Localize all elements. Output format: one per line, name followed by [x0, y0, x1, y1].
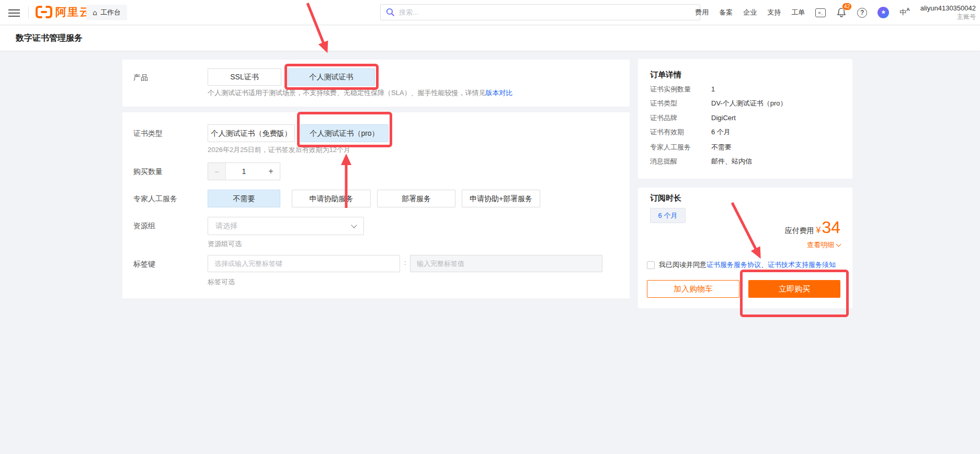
expert-option-assist-deploy[interactable]: 申请协助+部署服务 [462, 190, 540, 207]
order-row-value: 不需要 [711, 142, 732, 153]
version-compare-link[interactable]: 版本对比 [486, 89, 513, 97]
order-row-label: 证书有效期 [650, 127, 684, 137]
order-row-value: DV-个人测试证书（pro） [711, 98, 787, 109]
order-row-label: 证书类型 [650, 98, 677, 109]
chevron-down-icon [836, 242, 841, 247]
account-menu[interactable]: aliyun4130350042 主账号 [920, 4, 976, 20]
workbench-button[interactable]: ⌂ 工作台 [86, 5, 127, 20]
product-label: 产品 [133, 72, 148, 83]
notification-bell-icon[interactable]: 42 [836, 7, 847, 18]
nav-support[interactable]: 支持 [767, 8, 781, 17]
search-icon [386, 8, 395, 17]
cert-type-label: 证书类型 [133, 128, 163, 138]
fee-amount: 34 [822, 219, 840, 236]
duration-option-6-months[interactable]: 6 个月 [650, 208, 686, 223]
order-row-value: 邮件、站内信 [711, 156, 752, 167]
expert-option-none[interactable]: 不需要 [208, 190, 280, 207]
tag-separator: : [404, 259, 406, 266]
cert-type-option-free[interactable]: 个人测试证书（免费版） [208, 124, 295, 142]
page-title: 数字证书管理服务 [16, 33, 83, 44]
quantity-increase-button[interactable]: + [262, 163, 280, 180]
order-row-value: DigiCert [711, 113, 736, 123]
resource-group-note: 资源组可选 [208, 239, 242, 249]
app-center-icon[interactable]: * [878, 7, 889, 18]
expert-option-assist[interactable]: 申请协助服务 [292, 190, 371, 207]
language-switch-icon[interactable]: 中 A [899, 8, 910, 17]
order-row-label: 消息提醒 [650, 156, 677, 167]
subscription-title: 订阅时长 [650, 193, 681, 203]
agreement-text: 我已阅读并同意证书服务服务协议、证书技术支持服务须知 [659, 260, 836, 270]
add-to-cart-button[interactable]: 加入购物车 [647, 280, 739, 298]
aliyun-logo[interactable]: 阿里云 [35, 5, 92, 19]
quantity-decrease-button[interactable]: − [208, 163, 226, 180]
currency-symbol: ¥ [816, 226, 821, 235]
tag-note: 标签可选 [208, 277, 235, 287]
tag-value-input[interactable] [410, 255, 602, 272]
resource-group-label: 资源组 [133, 220, 155, 231]
quantity-label: 购买数量 [133, 166, 163, 177]
resource-group-placeholder: 请选择 [215, 222, 237, 231]
quantity-stepper: − 1 + [208, 162, 280, 180]
chevron-down-icon [351, 222, 357, 228]
order-details-title: 订单详情 [650, 69, 681, 80]
order-row-label: 专家人工服务 [650, 142, 691, 153]
nav-billing[interactable]: 费用 [695, 8, 709, 17]
topbar: 阿里云 ⌂ 工作台 费用 备案 企业 支持 工单 [0, 0, 980, 25]
fee-label: 应付费用 [785, 226, 814, 236]
topbar-right-cluster: 费用 备案 企业 支持 工单 >_ 42 ? * 中 [695, 0, 976, 25]
quantity-value[interactable]: 1 [226, 163, 262, 180]
buy-now-button[interactable]: 立即购买 [748, 280, 840, 298]
expert-option-deploy[interactable]: 部署服务 [377, 190, 455, 207]
tag-key-label: 标签键 [133, 259, 155, 269]
account-type: 主账号 [920, 13, 976, 21]
aliyun-logo-icon [35, 5, 53, 19]
global-search [380, 4, 700, 20]
page-title-bar: 数字证书管理服务 [0, 26, 980, 51]
product-option-ssl[interactable]: SSL证书 [208, 68, 281, 86]
service-agreement-link[interactable]: 证书服务服务协议 [706, 261, 761, 269]
topbar-divider [28, 6, 29, 19]
product-card: 产品 SSL证书 个人测试证书 个人测试证书适用于测试场景，不支持续费、无稳定性… [122, 60, 630, 107]
order-row-value: 6 个月 [711, 127, 731, 137]
search-input[interactable] [399, 8, 694, 16]
workbench-label: 工作台 [100, 8, 121, 17]
nav-enterprise[interactable]: 企业 [743, 8, 757, 17]
cert-type-note: 2026年2月25日前，证书签发后有效期为12个月 [208, 145, 350, 155]
nav-icp[interactable]: 备案 [719, 8, 733, 17]
tag-key-input[interactable] [208, 255, 400, 272]
expert-service-label: 专家人工服务 [133, 193, 177, 204]
notification-badge: 42 [842, 3, 852, 10]
product-description: 个人测试证书适用于测试场景，不支持续费、无稳定性保障（SLA）、握手性能较慢，详… [208, 88, 513, 98]
resource-group-select[interactable]: 请选择 [208, 217, 364, 235]
view-detail-link[interactable]: 查看明细 [807, 240, 840, 250]
page-root: 阿里云 ⌂ 工作台 费用 备案 企业 支持 工单 [0, 0, 980, 454]
help-icon[interactable]: ? [857, 8, 867, 18]
nav-ticket[interactable]: 工单 [791, 8, 805, 17]
order-row-value: 1 [711, 84, 715, 95]
cloudshell-icon[interactable]: >_ [815, 8, 826, 17]
agreement-row: 我已阅读并同意证书服务服务协议、证书技术支持服务须知 [647, 260, 836, 270]
cert-type-option-pro[interactable]: 个人测试证书（pro） [300, 124, 389, 142]
order-row-label: 证书品牌 [650, 113, 677, 123]
order-details-card: 订单详情 证书实例数量 1 证书类型 DV-个人测试证书（pro） 证书品牌 D… [638, 59, 852, 179]
hamburger-menu-icon[interactable] [8, 7, 21, 18]
product-option-personal-test[interactable]: 个人测试证书 [288, 68, 375, 86]
purchase-form-card: 证书类型 个人测试证书（免费版） 个人测试证书（pro） 2026年2月25日前… [122, 112, 630, 298]
account-name: aliyun4130350042 [920, 4, 976, 13]
tech-support-notice-link[interactable]: 证书技术支持服务须知 [768, 261, 836, 269]
agreement-checkbox[interactable] [647, 261, 655, 269]
payable-fee: 应付费用 ¥ 34 [785, 219, 841, 236]
order-row-label: 证书实例数量 [650, 84, 691, 95]
subscription-card: 订阅时长 6 个月 应付费用 ¥ 34 查看明细 我已阅读并同意证书服务服务协议… [638, 188, 852, 308]
home-icon: ⌂ [93, 8, 97, 17]
